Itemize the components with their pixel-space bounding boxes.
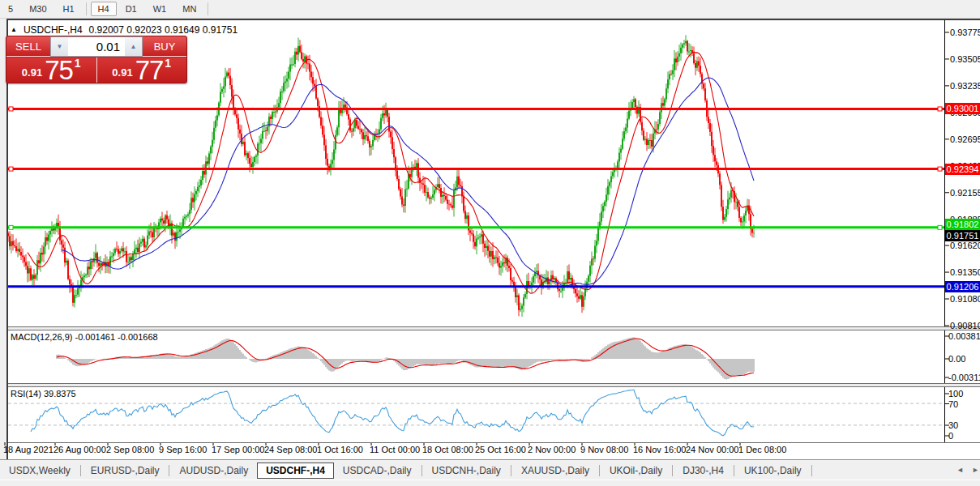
trading-terminal: 5M30H1H4D1W1MN ▲ USDCHF-,H4 0.92007 0.92…: [0, 0, 980, 486]
sell-price-prefix: 0.91: [22, 66, 42, 79]
time-axis-label: 24 Nov 00:00: [686, 445, 738, 454]
price-tick-label: 0.91080: [950, 294, 980, 304]
timeframe-button-mn[interactable]: MN: [175, 2, 203, 16]
chart-tab-usdcnh-daily[interactable]: USDCNH-,Daily: [423, 463, 510, 478]
sell-price-display[interactable]: 0.91 75 1: [6, 58, 97, 83]
tab-separator: [511, 465, 511, 476]
buy-button[interactable]: BUY: [143, 36, 186, 57]
timeframe-button-h1[interactable]: H1: [56, 2, 82, 16]
volume-spinner: ▼ ▲: [50, 36, 143, 57]
price-label-support: 0.91206: [945, 281, 980, 292]
price-tick-label: 0.93775: [950, 28, 980, 37]
buy-price-big-digits: 77: [135, 60, 164, 81]
collapse-panel-icon[interactable]: ▲: [11, 26, 17, 34]
chart-tab-dj30-h4[interactable]: DJ30-,H4: [674, 463, 733, 478]
macd-rsi-divider[interactable]: [8, 383, 980, 387]
timeframe-toolbar: 5M30H1H4D1W1MN: [0, 0, 980, 19]
rsi-axis-label: 70: [948, 399, 958, 409]
sell-button[interactable]: SELL: [6, 36, 50, 57]
price-label-resistance: 0.93001: [945, 103, 980, 114]
volume-decrease-button[interactable]: ▼: [51, 37, 68, 56]
toolbar-separator: [86, 2, 87, 15]
price-tick-label: 0.92695: [950, 134, 980, 144]
buy-price-pip-digit: 1: [165, 57, 171, 70]
macd-indicator-label: MACD(12,26,9) -0.001461 -0.001668: [11, 332, 158, 342]
timeframe-button-d1[interactable]: D1: [118, 2, 144, 16]
tab-separator: [734, 465, 734, 476]
time-axis-label: 11 Oct 00:00: [370, 445, 420, 454]
tabs-scroll-left-icon[interactable]: ◄: [956, 466, 964, 474]
chart-tab-xauusd-daily[interactable]: XAUUSD-,Daily: [512, 463, 598, 478]
chart-title: ▲ USDCHF-,H4 0.92007 0.92023 0.91649 0.9…: [11, 24, 238, 36]
chart-tab-eurusd-daily[interactable]: EURUSD-,Daily: [82, 463, 169, 478]
time-axis-label: 1 Dec 08:00: [738, 445, 786, 454]
tab-separator: [811, 465, 812, 476]
rsi-axis-label: 100: [948, 389, 963, 399]
time-axis-label: 16 Nov 16:00: [633, 445, 686, 454]
buy-price-display[interactable]: 0.91 77 1: [97, 58, 187, 83]
time-axis-label: 9 Nov 08:00: [580, 445, 628, 454]
chart-tab-uk100-daily[interactable]: UK100-,Daily: [735, 463, 811, 478]
tabs-scroll-right-icon[interactable]: ►: [972, 466, 979, 474]
chart-tab-audusd-daily[interactable]: AUDUSD-,Daily: [170, 463, 257, 478]
timeframe-button-m30[interactable]: M30: [22, 2, 53, 16]
price-tick-label: 0.93235: [950, 81, 980, 91]
chart-symbol-label: USDCHF-,H4: [24, 24, 83, 36]
time-axis-label: 26 Aug 00:00: [53, 445, 106, 454]
price-tick-label: 0.91350: [950, 267, 980, 277]
main-macd-divider[interactable]: [8, 326, 980, 330]
tab-separator: [422, 465, 422, 476]
chart-tab-usdchf-h4[interactable]: USDCHF-,H4: [257, 463, 334, 479]
buy-price-prefix: 0.91: [112, 66, 132, 79]
sell-price-pip-digit: 1: [75, 57, 81, 70]
price-tick-label: 0.90810: [950, 321, 980, 330]
price-label-current-price: 0.91751: [945, 230, 980, 241]
tab-separator: [672, 465, 673, 476]
chart-tab-usdcad-daily[interactable]: USDCAD-,Daily: [334, 463, 421, 478]
rsi-axis-label: 30: [948, 420, 958, 430]
chart-tab-usdx-weekly[interactable]: USDX,Weekly: [0, 463, 79, 478]
trade-panel-price-row: 0.91 75 1 0.91 77 1: [6, 58, 186, 83]
macd-axis-label: 0.00: [948, 354, 965, 364]
sell-price-big-digits: 75: [45, 60, 73, 81]
status-strip: [0, 480, 980, 486]
volume-increase-button[interactable]: ▲: [125, 37, 142, 56]
time-axis-label: 24 Sep 08:00: [264, 445, 317, 454]
time-axis-label: 25 Oct 16:00: [475, 445, 526, 454]
rsi-bottom-border: [8, 442, 980, 443]
one-click-trading-panel: SELL ▼ ▲ BUY 0.91 75 1 0.91 77 1: [6, 36, 187, 83]
price-label-support: 0.91802: [945, 219, 980, 230]
time-axis-label: 2 Sep 08:00: [106, 445, 154, 454]
time-axis-label: 17 Sep 00:00: [212, 445, 264, 454]
time-axis-label: 2 Nov 00:00: [528, 445, 576, 454]
tab-separator: [80, 465, 81, 476]
chart-ohlc-values: 0.92007 0.92023 0.91649 0.91751: [89, 24, 238, 36]
toolbar-separator: [208, 2, 208, 15]
price-tick-label: 0.92155: [950, 188, 980, 198]
trade-panel-top-row: SELL ▼ ▲ BUY: [6, 36, 186, 57]
tab-separator: [169, 465, 169, 476]
time-axis-label: 18 Aug 2021: [3, 445, 53, 454]
macd-axis-label: 0.003811: [948, 331, 980, 341]
timeframe-button-w1[interactable]: W1: [146, 2, 174, 16]
macd-axis-label: -0.003115: [948, 373, 980, 382]
time-axis-label: 18 Oct 08:00: [422, 445, 473, 454]
chart-tab-ukoil-daily[interactable]: UKOil-,Daily: [601, 463, 671, 478]
price-label-resistance: 0.92394: [945, 164, 980, 175]
rsi-axis-label: 0: [948, 431, 953, 441]
chart-tab-bar: USDX,WeeklyEURUSD-,DailyAUDUSD-,DailyUSD…: [0, 459, 980, 480]
volume-input[interactable]: [68, 37, 125, 56]
time-axis-label: 9 Sep 16:00: [159, 445, 207, 454]
tab-separator: [599, 465, 600, 476]
rsi-indicator-label: RSI(14) 39.8375: [11, 389, 76, 399]
price-tick-label: 0.93505: [950, 54, 980, 64]
timeframe-button-h4[interactable]: H4: [91, 2, 117, 16]
timeframe-button-5[interactable]: 5: [1, 2, 20, 16]
time-axis-label: 1 Oct 16:00: [317, 445, 363, 454]
price-tick-label: 0.91620: [950, 241, 980, 250]
